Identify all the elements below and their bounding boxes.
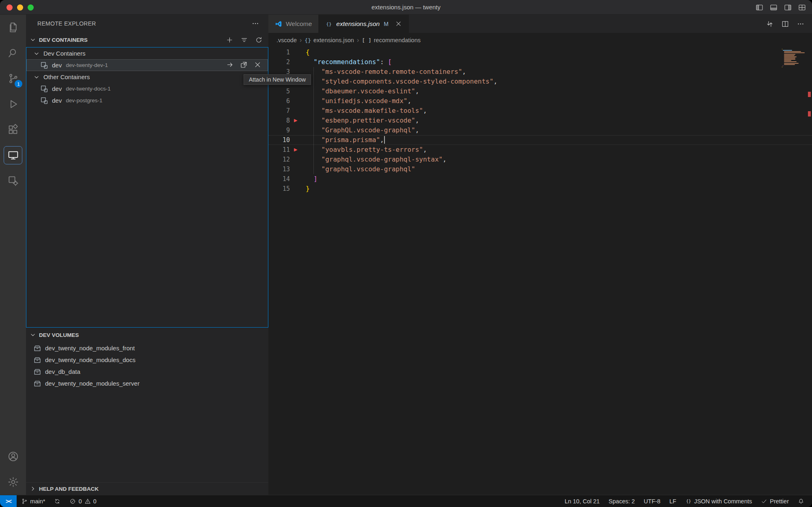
open-changes-icon[interactable] [766, 20, 774, 28]
code-line-1[interactable]: 1{ [268, 47, 812, 57]
language-mode[interactable]: {} JSON with Comments [681, 495, 757, 507]
formatter-status[interactable]: Prettier [756, 495, 793, 507]
code-line-2[interactable]: 2 "recommendations": [ [268, 57, 812, 67]
more-actions-icon[interactable] [797, 20, 805, 28]
code-line-6[interactable]: 6 "unifiedjs.vscode-mdx", [268, 96, 812, 106]
toggle-primary-sidebar-icon[interactable] [755, 3, 764, 12]
minimap-line [784, 56, 797, 57]
breadcrumb-separator: › [300, 37, 302, 44]
code-line-8[interactable]: 8▶ "esbenp.prettier-vscode", [268, 116, 812, 125]
code-line-10[interactable]: 10 "prisma.prisma", [268, 135, 812, 145]
vscode-logo-icon [275, 20, 282, 28]
refresh-icon[interactable] [255, 36, 263, 44]
code-line-7[interactable]: 7 "ms-vscode.makefile-tools", [268, 106, 812, 116]
check-icon [761, 498, 767, 505]
search-icon [7, 47, 19, 59]
container-item-dev-twenty-docs-1[interactable]: devdev-twenty-docs-1 [26, 83, 268, 95]
gutter-marker-icon: ▶ [294, 145, 297, 155]
minimize-window-button[interactable] [17, 4, 23, 11]
chev-down-icon [33, 73, 40, 81]
code-line-3[interactable]: 3 "ms-vscode-remote.remote-containers", [268, 67, 812, 77]
branch-indicator[interactable]: main* [17, 495, 50, 507]
section-header-dev-volumes[interactable]: DEV VOLUMES [26, 328, 268, 342]
filter-icon[interactable] [240, 36, 248, 44]
split-editor-icon[interactable] [781, 20, 789, 28]
section-header-dev-containers[interactable]: DEV CONTAINERS [26, 32, 268, 47]
dev-volumes-list: dev_twenty_node_modules_frontdev_twenty_… [26, 342, 268, 389]
line-number: 5 [268, 86, 290, 96]
section-header-help-and-feedback[interactable]: HELP AND FEEDBACK [26, 482, 268, 495]
editor-actions [766, 15, 812, 33]
sync-changes-button[interactable] [50, 495, 65, 507]
extensions-icon [7, 124, 19, 136]
line-number: 2 [268, 57, 290, 67]
activity-item-containers[interactable] [0, 168, 26, 194]
problems-indicator[interactable]: 0 0 [65, 495, 101, 507]
views-more-actions-icon[interactable] [251, 19, 259, 28]
volume-item-dev-twenty-node-modules-front[interactable]: dev_twenty_node_modules_front [26, 342, 268, 354]
container-item-dev-postgres-1[interactable]: devdev-postgres-1 [26, 95, 268, 106]
minimap[interactable] [782, 49, 806, 68]
customize-layout-icon[interactable] [798, 3, 806, 12]
attach-new-window-button[interactable] [240, 61, 248, 70]
code-line-5[interactable]: 5 "dbaeumer.vscode-eslint", [268, 86, 812, 96]
code-editor[interactable]: 1{2 "recommendations": [3 "ms-vscode-rem… [268, 47, 812, 495]
minimap-line [784, 51, 801, 52]
tab-extensions-json[interactable]: {}extensions.jsonM [319, 15, 409, 33]
editor-group: Welcome{}extensions.jsonM .vscode›{}exte… [268, 15, 812, 495]
activity-item-remote-explorer[interactable] [0, 142, 26, 168]
chevron-down-icon [29, 36, 37, 43]
breadcrumb-extensions-json[interactable]: {}extensions.json [304, 37, 354, 43]
activity-item-extensions[interactable] [0, 117, 26, 142]
container-icon [40, 61, 48, 69]
tree-group-other-containers[interactable]: Other Containers [26, 71, 268, 83]
breadcrumb-vscode[interactable]: .vscode [276, 37, 297, 43]
activity-item-search[interactable] [0, 40, 26, 66]
code-line-13[interactable]: 13 "graphql.vscode-graphql" [268, 164, 812, 174]
code-line-14[interactable]: 14 ] [268, 174, 812, 184]
container-icon [40, 85, 48, 93]
volume-item-dev-db-data[interactable]: dev_db_data [26, 366, 268, 378]
toggle-panel-icon[interactable] [769, 3, 778, 12]
stop-container-button[interactable] [254, 61, 261, 70]
tree-group-dev-containers[interactable]: Dev Containers [26, 47, 268, 59]
window-title: extensions.json — twenty [0, 4, 812, 11]
minimap-line [784, 58, 796, 58]
activity-item-manage[interactable] [0, 469, 26, 495]
error-count: 0 [78, 498, 82, 505]
volume-item-dev-twenty-node-modules-docs[interactable]: dev_twenty_node_modules_docs [26, 354, 268, 366]
tab-welcome[interactable]: Welcome [268, 15, 319, 33]
minimap-line [784, 54, 796, 55]
activity-item-accounts[interactable] [0, 444, 26, 469]
indentation-setting[interactable]: Spaces: 2 [604, 495, 639, 507]
volume-item-dev-twenty-node-modules-server[interactable]: dev_twenty_node_modules_server [26, 378, 268, 389]
notifications-bell[interactable] [793, 495, 809, 507]
attach-container-button[interactable] [226, 61, 234, 70]
close-window-button[interactable] [6, 4, 13, 11]
code-line-15[interactable]: 15} [268, 184, 812, 194]
eol-setting[interactable]: LF [665, 495, 681, 507]
line-number: 11 [268, 145, 290, 155]
minimap-line [784, 63, 799, 64]
code-line-12[interactable]: 12 "graphql.vscode-graphql-syntax", [268, 155, 812, 164]
encoding-setting[interactable]: UTF-8 [639, 495, 665, 507]
activity-item-explorer[interactable] [0, 15, 26, 40]
breadcrumb-recommendations[interactable]: [ ]recommendations [362, 37, 421, 43]
cursor-position[interactable]: Ln 10, Col 21 [560, 495, 604, 507]
code-text: "graphql.vscode-graphql-syntax", [306, 155, 812, 164]
zoom-window-button[interactable] [28, 4, 34, 11]
code-line-4[interactable]: 4 "styled-components.vscode-styled-compo… [268, 77, 812, 86]
tab-close-button[interactable] [395, 20, 402, 27]
container-item-dev-twenty-dev-1[interactable]: devdev-twenty-dev-1 [26, 59, 268, 71]
remote-indicator[interactable]: >< [0, 495, 17, 507]
activity-item-run-and-debug[interactable] [0, 91, 26, 117]
chev-down-icon [33, 50, 40, 57]
activity-item-source-control[interactable]: 1 [0, 66, 26, 91]
container-description: dev-twenty-dev-1 [66, 62, 108, 68]
toggle-secondary-sidebar-icon[interactable] [784, 3, 792, 12]
section-title-help-and-feedback: HELP AND FEEDBACK [39, 486, 99, 492]
arrow-right-icon [226, 61, 234, 69]
code-line-9[interactable]: 9 "GraphQL.vscode-graphql", [268, 125, 812, 135]
add-icon[interactable] [226, 36, 233, 44]
code-line-11[interactable]: 11▶ "yoavbls.pretty-ts-errors", [268, 145, 812, 155]
